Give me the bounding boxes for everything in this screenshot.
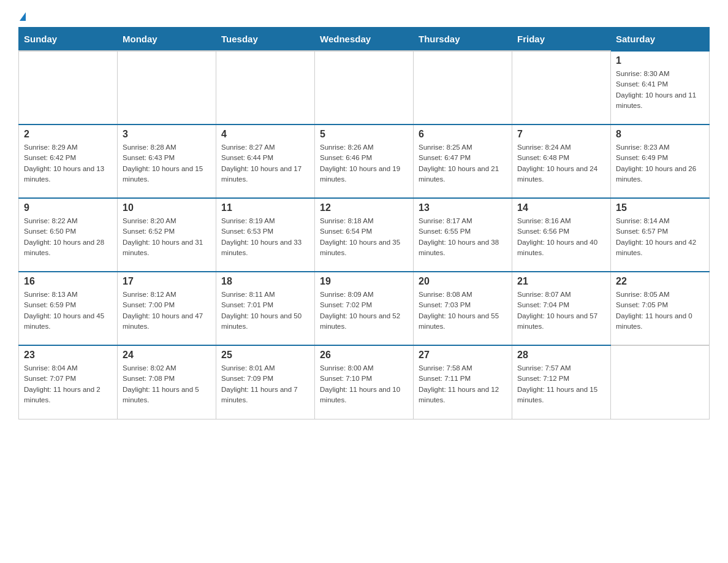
weekday-header-monday: Monday: [118, 28, 216, 52]
calendar-cell: [19, 51, 118, 124]
calendar-cell: 28Sunrise: 7:57 AM Sunset: 7:12 PM Dayli…: [512, 345, 611, 419]
calendar-cell: 11Sunrise: 8:19 AM Sunset: 6:53 PM Dayli…: [216, 198, 315, 272]
weekday-header-wednesday: Wednesday: [315, 28, 414, 52]
calendar-week-row: 23Sunrise: 8:04 AM Sunset: 7:07 PM Dayli…: [19, 345, 710, 419]
weekday-header-friday: Friday: [512, 28, 611, 52]
day-number: 20: [419, 276, 507, 287]
calendar-cell: [315, 51, 414, 124]
day-info: Sunrise: 8:18 AM Sunset: 6:54 PM Dayligh…: [320, 216, 408, 258]
calendar-cell: 20Sunrise: 8:08 AM Sunset: 7:03 PM Dayli…: [414, 272, 512, 345]
day-info: Sunrise: 8:25 AM Sunset: 6:47 PM Dayligh…: [419, 142, 507, 185]
day-number: 9: [24, 202, 112, 213]
calendar-week-row: 1Sunrise: 8:30 AM Sunset: 6:41 PM Daylig…: [19, 51, 710, 124]
day-info: Sunrise: 8:00 AM Sunset: 7:10 PM Dayligh…: [320, 363, 408, 405]
day-number: 14: [517, 202, 605, 213]
day-info: Sunrise: 8:04 AM Sunset: 7:07 PM Dayligh…: [24, 363, 112, 405]
day-number: 8: [616, 129, 704, 140]
day-info: Sunrise: 8:30 AM Sunset: 6:41 PM Dayligh…: [616, 69, 704, 111]
day-info: Sunrise: 8:01 AM Sunset: 7:09 PM Dayligh…: [221, 363, 309, 405]
calendar-week-row: 16Sunrise: 8:13 AM Sunset: 6:59 PM Dayli…: [19, 272, 710, 345]
calendar-cell: 24Sunrise: 8:02 AM Sunset: 7:08 PM Dayli…: [118, 345, 216, 419]
day-info: Sunrise: 8:28 AM Sunset: 6:43 PM Dayligh…: [123, 142, 211, 185]
calendar-cell: 26Sunrise: 8:00 AM Sunset: 7:10 PM Dayli…: [315, 345, 414, 419]
calendar-cell: 27Sunrise: 7:58 AM Sunset: 7:11 PM Dayli…: [414, 345, 512, 419]
calendar-cell: [611, 345, 710, 419]
calendar-cell: 23Sunrise: 8:04 AM Sunset: 7:07 PM Dayli…: [19, 345, 118, 419]
calendar-header: SundayMondayTuesdayWednesdayThursdayFrid…: [19, 28, 710, 52]
day-info: Sunrise: 8:22 AM Sunset: 6:50 PM Dayligh…: [24, 216, 112, 258]
day-number: 21: [517, 276, 605, 287]
day-info: Sunrise: 8:08 AM Sunset: 7:03 PM Dayligh…: [419, 289, 507, 332]
calendar-cell: 7Sunrise: 8:24 AM Sunset: 6:48 PM Daylig…: [512, 124, 611, 198]
calendar-cell: [414, 51, 512, 124]
day-number: 12: [320, 202, 408, 213]
day-number: 13: [419, 202, 507, 213]
calendar-cell: 13Sunrise: 8:17 AM Sunset: 6:55 PM Dayli…: [414, 198, 512, 272]
day-number: 10: [123, 202, 211, 213]
day-info: Sunrise: 8:16 AM Sunset: 6:56 PM Dayligh…: [517, 216, 605, 258]
calendar-cell: 25Sunrise: 8:01 AM Sunset: 7:09 PM Dayli…: [216, 345, 315, 419]
calendar-cell: [512, 51, 611, 124]
calendar-cell: 12Sunrise: 8:18 AM Sunset: 6:54 PM Dayli…: [315, 198, 414, 272]
day-info: Sunrise: 8:02 AM Sunset: 7:08 PM Dayligh…: [123, 363, 211, 405]
weekday-header-sunday: Sunday: [19, 28, 118, 52]
logo-top-row: [18, 12, 26, 21]
calendar-cell: 17Sunrise: 8:12 AM Sunset: 7:00 PM Dayli…: [118, 272, 216, 345]
day-info: Sunrise: 8:19 AM Sunset: 6:53 PM Dayligh…: [221, 216, 309, 258]
page-header: [18, 12, 710, 21]
calendar-week-row: 2Sunrise: 8:29 AM Sunset: 6:42 PM Daylig…: [19, 124, 710, 198]
day-number: 28: [517, 350, 605, 361]
day-number: 16: [24, 276, 112, 287]
calendar-cell: 8Sunrise: 8:23 AM Sunset: 6:49 PM Daylig…: [611, 124, 710, 198]
day-number: 26: [320, 350, 408, 361]
logo-arrow-icon: [20, 12, 26, 21]
day-info: Sunrise: 8:23 AM Sunset: 6:49 PM Dayligh…: [616, 142, 704, 185]
day-number: 18: [221, 276, 309, 287]
day-number: 1: [616, 55, 704, 66]
calendar-cell: 22Sunrise: 8:05 AM Sunset: 7:05 PM Dayli…: [611, 272, 710, 345]
day-info: Sunrise: 8:14 AM Sunset: 6:57 PM Dayligh…: [616, 216, 704, 258]
day-info: Sunrise: 8:05 AM Sunset: 7:05 PM Dayligh…: [616, 289, 704, 332]
calendar-table: SundayMondayTuesdayWednesdayThursdayFrid…: [18, 27, 710, 419]
calendar-cell: [118, 51, 216, 124]
day-info: Sunrise: 8:17 AM Sunset: 6:55 PM Dayligh…: [419, 216, 507, 258]
day-number: 22: [616, 276, 704, 287]
weekday-header-saturday: Saturday: [611, 28, 710, 52]
calendar-cell: 6Sunrise: 8:25 AM Sunset: 6:47 PM Daylig…: [414, 124, 512, 198]
calendar-cell: 18Sunrise: 8:11 AM Sunset: 7:01 PM Dayli…: [216, 272, 315, 345]
calendar-cell: 10Sunrise: 8:20 AM Sunset: 6:52 PM Dayli…: [118, 198, 216, 272]
calendar-cell: 3Sunrise: 8:28 AM Sunset: 6:43 PM Daylig…: [118, 124, 216, 198]
calendar-cell: 16Sunrise: 8:13 AM Sunset: 6:59 PM Dayli…: [19, 272, 118, 345]
weekday-header-row: SundayMondayTuesdayWednesdayThursdayFrid…: [19, 28, 710, 52]
calendar-cell: 1Sunrise: 8:30 AM Sunset: 6:41 PM Daylig…: [611, 51, 710, 124]
day-number: 23: [24, 350, 112, 361]
calendar-cell: 14Sunrise: 8:16 AM Sunset: 6:56 PM Dayli…: [512, 198, 611, 272]
day-info: Sunrise: 8:29 AM Sunset: 6:42 PM Dayligh…: [24, 142, 112, 185]
day-info: Sunrise: 8:12 AM Sunset: 7:00 PM Dayligh…: [123, 289, 211, 332]
day-number: 24: [123, 350, 211, 361]
weekday-header-thursday: Thursday: [414, 28, 512, 52]
day-info: Sunrise: 8:26 AM Sunset: 6:46 PM Dayligh…: [320, 142, 408, 185]
day-info: Sunrise: 8:11 AM Sunset: 7:01 PM Dayligh…: [221, 289, 309, 332]
calendar-cell: 9Sunrise: 8:22 AM Sunset: 6:50 PM Daylig…: [19, 198, 118, 272]
calendar-cell: 15Sunrise: 8:14 AM Sunset: 6:57 PM Dayli…: [611, 198, 710, 272]
day-info: Sunrise: 8:20 AM Sunset: 6:52 PM Dayligh…: [123, 216, 211, 258]
day-number: 6: [419, 129, 507, 140]
day-number: 2: [24, 129, 112, 140]
day-number: 17: [123, 276, 211, 287]
calendar-cell: 19Sunrise: 8:09 AM Sunset: 7:02 PM Dayli…: [315, 272, 414, 345]
calendar-cell: [216, 51, 315, 124]
day-info: Sunrise: 8:13 AM Sunset: 6:59 PM Dayligh…: [24, 289, 112, 332]
day-info: Sunrise: 8:07 AM Sunset: 7:04 PM Dayligh…: [517, 289, 605, 332]
day-number: 15: [616, 202, 704, 213]
day-info: Sunrise: 7:57 AM Sunset: 7:12 PM Dayligh…: [517, 363, 605, 405]
calendar-week-row: 9Sunrise: 8:22 AM Sunset: 6:50 PM Daylig…: [19, 198, 710, 272]
day-info: Sunrise: 7:58 AM Sunset: 7:11 PM Dayligh…: [419, 363, 507, 405]
calendar-cell: 21Sunrise: 8:07 AM Sunset: 7:04 PM Dayli…: [512, 272, 611, 345]
day-number: 19: [320, 276, 408, 287]
day-info: Sunrise: 8:09 AM Sunset: 7:02 PM Dayligh…: [320, 289, 408, 332]
day-number: 27: [419, 350, 507, 361]
logo: [18, 12, 26, 21]
calendar-cell: 2Sunrise: 8:29 AM Sunset: 6:42 PM Daylig…: [19, 124, 118, 198]
calendar-cell: 5Sunrise: 8:26 AM Sunset: 6:46 PM Daylig…: [315, 124, 414, 198]
